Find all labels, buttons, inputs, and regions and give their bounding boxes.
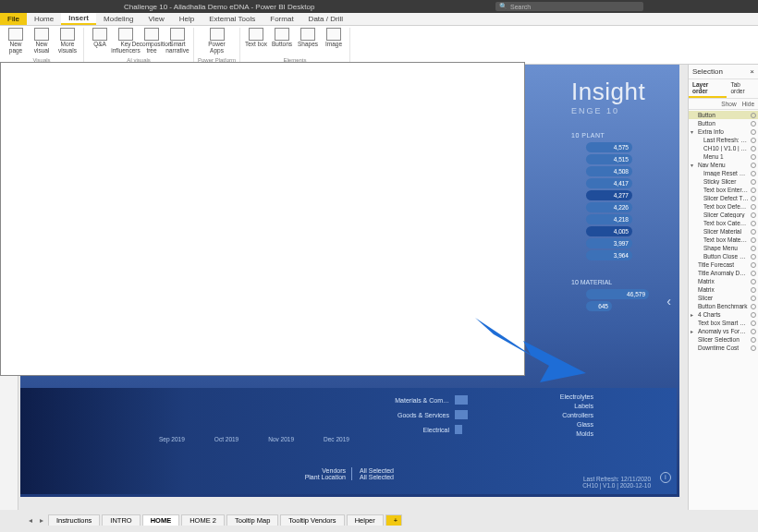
ribbon-text-box[interactable]: Text box [244, 28, 268, 48]
tab-layer-order[interactable]: Layer order [689, 79, 727, 98]
selection-item[interactable]: Matrix [689, 277, 758, 285]
expand-icon[interactable]: ▸ [691, 328, 696, 334]
page-tab[interactable]: INTRO [102, 514, 140, 526]
visibility-toggle-icon[interactable] [751, 121, 756, 127]
selection-item[interactable]: Button [689, 119, 758, 127]
material-value-pill[interactable]: 46,579 [586, 289, 649, 299]
ribbon-buttons[interactable]: Buttons [270, 28, 294, 48]
ribbon-smart-narrative[interactable]: Smart narrative [165, 28, 190, 54]
ribbon-image[interactable]: Image [322, 28, 346, 48]
visibility-toggle-icon[interactable] [751, 287, 756, 293]
visibility-toggle-icon[interactable] [751, 146, 756, 151]
visibility-toggle-icon[interactable] [751, 237, 756, 243]
visibility-toggle-icon[interactable] [751, 329, 756, 334]
selection-item[interactable]: Shape Menu [689, 244, 758, 252]
visibility-toggle-icon[interactable] [751, 312, 756, 318]
plant-value-pill[interactable]: 4,508 [586, 166, 632, 176]
selection-item[interactable]: Matrix [689, 285, 758, 294]
page-tab[interactable]: HOME 2 [181, 514, 225, 526]
visibility-toggle-icon[interactable] [751, 271, 756, 276]
selection-item[interactable]: ▸4 Charts [689, 310, 758, 319]
page-tab[interactable]: Tooltip Vendors [280, 514, 344, 526]
plant-value-pill[interactable]: 4,575 [586, 142, 632, 152]
visibility-toggle-icon[interactable] [751, 163, 756, 168]
selection-item[interactable]: ▾Nav Menu [689, 161, 758, 169]
page-tab[interactable]: Tooltip Map [226, 514, 278, 526]
visibility-toggle-icon[interactable] [751, 204, 756, 210]
show-all-button[interactable]: Show [721, 101, 736, 107]
selection-item[interactable]: Text box Smart Narra… [689, 319, 758, 327]
visibility-toggle-icon[interactable] [751, 179, 756, 185]
selection-item[interactable]: Button [689, 111, 758, 119]
visibility-toggle-icon[interactable] [751, 304, 756, 309]
selection-item[interactable]: Downtime Cost [689, 344, 758, 352]
tab-nav-left-icon[interactable]: ◂ [26, 515, 35, 525]
menu-help[interactable]: Help [172, 13, 202, 25]
selected-visual-placeholder[interactable] [0, 62, 525, 376]
plant-value-pill[interactable]: 4,277 [586, 190, 632, 200]
plant-value-pill[interactable]: 4,005 [586, 226, 632, 236]
selection-item[interactable]: ▸Anomaly vs Forecast [689, 327, 758, 335]
chevron-left-icon[interactable]: ‹ [666, 294, 671, 308]
selection-item[interactable]: Text box Category [689, 219, 758, 227]
selection-item[interactable]: Slicer Selection [689, 335, 758, 344]
menu-insert[interactable]: Insert [61, 13, 96, 25]
visibility-toggle-icon[interactable] [751, 279, 756, 284]
close-icon[interactable]: × [750, 67, 754, 76]
selection-item[interactable]: Menu 1 [689, 152, 758, 161]
selection-item[interactable]: Text box Enter Cust [689, 186, 758, 194]
plant-value-pill[interactable]: 4,218 [586, 214, 632, 224]
selection-item[interactable]: Slicer [689, 294, 758, 302]
menu-external-tools[interactable]: External Tools [202, 13, 263, 25]
selection-item[interactable]: Text box Material [689, 236, 758, 244]
menu-file[interactable]: File [0, 13, 27, 25]
visibility-toggle-icon[interactable] [751, 296, 756, 301]
selection-item[interactable]: Sticky Slicer [689, 177, 758, 186]
info-icon[interactable]: i [660, 472, 671, 483]
selection-item[interactable]: Title Forecast [689, 260, 758, 269]
tab-tab-order[interactable]: Tab order [727, 79, 758, 98]
page-tab[interactable]: Helper [347, 514, 384, 526]
ribbon-decomposition[interactable]: Decomposition tree [140, 28, 164, 54]
selection-item[interactable]: Slicer Material [689, 227, 758, 236]
ribbon-new-visual[interactable]: New visual [30, 28, 54, 54]
visibility-toggle-icon[interactable] [751, 221, 756, 226]
ribbon-new-page[interactable]: New page [4, 28, 28, 54]
visibility-toggle-icon[interactable] [751, 196, 756, 201]
tab-nav-right-icon[interactable]: ▸ [37, 515, 46, 525]
visibility-toggle-icon[interactable] [751, 262, 756, 268]
add-page-button[interactable]: + [385, 514, 402, 526]
visibility-toggle-icon[interactable] [751, 229, 756, 235]
visibility-toggle-icon[interactable] [751, 212, 756, 218]
search-box[interactable]: 🔍 Search [495, 2, 643, 11]
plant-value-pill[interactable]: 4,417 [586, 178, 632, 188]
menu-home[interactable]: Home [27, 13, 61, 25]
visibility-toggle-icon[interactable] [751, 246, 756, 251]
selection-item[interactable]: Slicer Category [689, 211, 758, 219]
visibility-toggle-icon[interactable] [751, 345, 756, 351]
expand-icon[interactable]: ▸ [691, 311, 696, 318]
plant-value-pill[interactable]: 3,964 [586, 250, 632, 260]
ribbon-power-apps[interactable]: Power Apps [205, 28, 229, 54]
ribbon-qa[interactable]: Q&A [88, 28, 112, 54]
visibility-toggle-icon[interactable] [751, 129, 756, 135]
visibility-toggle-icon[interactable] [751, 113, 756, 118]
visibility-toggle-icon[interactable] [751, 138, 756, 143]
selection-item[interactable]: CH10 | V1.0 | 2020-1… [689, 144, 758, 152]
hide-all-button[interactable]: Hide [742, 101, 754, 107]
menu-modeling[interactable]: Modeling [96, 13, 141, 25]
visibility-toggle-icon[interactable] [751, 154, 756, 160]
menu-format[interactable]: Format [263, 13, 300, 25]
page-tab[interactable]: HOME [142, 514, 180, 526]
visibility-toggle-icon[interactable] [751, 171, 756, 176]
plant-value-pill[interactable]: 3,997 [586, 238, 632, 248]
menu-view[interactable]: View [141, 13, 172, 25]
selection-item[interactable]: Slicer Defect Type [689, 194, 758, 202]
page-tab[interactable]: Instructions [48, 514, 100, 526]
ribbon-more-visuals[interactable]: More visuals [55, 28, 79, 54]
selection-item[interactable]: Text box Defect T… [689, 202, 758, 211]
selection-item[interactable]: Title Anomaly Detect… [689, 269, 758, 277]
selection-item[interactable]: Last Refresh: 12/11/… [689, 136, 758, 144]
plant-value-pill[interactable]: 4,226 [586, 202, 632, 212]
visibility-toggle-icon[interactable] [751, 320, 756, 326]
